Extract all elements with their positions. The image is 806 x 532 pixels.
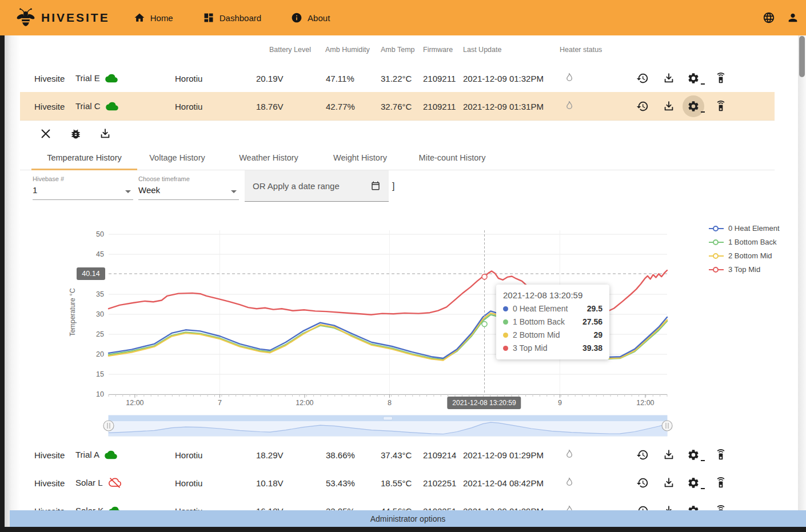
location-cell: Horotiu	[175, 478, 202, 487]
vertical-scrollbar[interactable]	[798, 35, 806, 527]
scrollbar-thumb[interactable]	[799, 36, 805, 77]
device-name: Trial A	[75, 450, 99, 459]
tab-voltage-history[interactable]: Voltage History	[137, 146, 217, 170]
settings-button[interactable]	[683, 95, 704, 117]
humidity-cell: 53.43%	[326, 478, 355, 487]
battery-cell: 20.19V	[256, 73, 284, 83]
history-button[interactable]	[632, 444, 653, 466]
export-button[interactable]	[97, 125, 114, 142]
download-icon	[663, 449, 675, 461]
tooltip-timestamp: 2021-12-08 13:20:59	[503, 290, 602, 300]
table-row[interactable]: Hivesite Trial E Horotiu 20.19V 47.11% 3…	[5, 64, 775, 93]
cloud-online-icon	[105, 73, 118, 83]
hivebase-label: Hivebase #	[33, 175, 64, 182]
table-row[interactable]: Hivesite Trial A Horotiu 18.29V 38.66% 3…	[5, 441, 775, 469]
svg-text:12:00: 12:00	[126, 399, 143, 407]
download-data-button[interactable]	[658, 444, 680, 466]
timeframe-label: Choose timeframe	[138, 175, 190, 182]
col-heater-status: Heater status	[560, 46, 602, 54]
col-battery-level: Battery Level	[269, 46, 311, 54]
tab-weight-history[interactable]: Weight History	[320, 146, 400, 170]
heater-status-icon	[563, 449, 574, 461]
firmware-cell: 2109211	[423, 73, 456, 83]
hivebase-select[interactable]: Hivebase # 1	[33, 175, 133, 200]
date-range-input[interactable]: OR Apply a date range	[245, 170, 389, 202]
download-data-button[interactable]	[658, 67, 680, 89]
tab-weather-history[interactable]: Weather History	[217, 146, 320, 170]
svg-text:12:00: 12:00	[636, 399, 654, 407]
history-tabs: Temperature History Voltage History Weat…	[5, 146, 775, 170]
nav-home[interactable]: Home	[134, 12, 173, 23]
dashboard-icon	[203, 12, 214, 23]
svg-text:45: 45	[96, 250, 104, 258]
remote-control-button[interactable]	[710, 95, 732, 117]
svg-text:8: 8	[388, 399, 392, 407]
remote-icon	[715, 477, 727, 489]
table-row[interactable]: Hivesite Trial C Horotiu 18.76V 42.77% 3…	[5, 92, 775, 121]
settings-button[interactable]	[683, 67, 704, 89]
stray-bracket-text: ]	[392, 181, 394, 191]
legend-label: 1 Bottom Back	[728, 238, 777, 246]
settings-button[interactable]	[683, 444, 704, 466]
svg-text:50: 50	[96, 230, 104, 238]
timeframe-select[interactable]: Choose timeframe Week	[138, 175, 239, 200]
site-cell: Hivesite	[34, 101, 65, 111]
nav-dashboard[interactable]: Dashboard	[203, 12, 261, 23]
legend-item[interactable]: 0 Heat Element	[709, 224, 780, 233]
history-icon	[636, 100, 649, 113]
navigator-handle-right[interactable]	[662, 421, 672, 431]
table-row[interactable]: Hivesite Solar L Horotiu 10.18V 53.43% 1…	[5, 469, 775, 497]
chevron-down-icon	[125, 190, 131, 193]
admin-options-bar[interactable]: Administrator options	[10, 510, 806, 527]
cloud-online-icon	[104, 450, 118, 460]
gear-icon	[687, 72, 700, 85]
chart-tooltip: 2021-12-08 13:20:59 0 Heat Element29.51 …	[496, 285, 609, 359]
last-update-cell: 2021-12-09 01:31PM	[463, 101, 544, 111]
download-icon	[663, 100, 675, 113]
location-cell: Horotiu	[175, 450, 202, 459]
battery-cell: 18.29V	[256, 450, 284, 459]
chart-legend: 0 Heat Element1 Bottom Back2 Bottom Mid3…	[709, 224, 780, 274]
svg-text:35: 35	[96, 290, 104, 298]
legend-item[interactable]: 2 Bottom Mid	[709, 251, 780, 260]
history-button[interactable]	[632, 95, 653, 117]
legend-item[interactable]: 3 Top Mid	[709, 265, 780, 274]
temperature-chart: 504535302520151040.1412:00712:008912:00T…	[20, 217, 780, 441]
location-cell: Horotiu	[175, 101, 202, 111]
settings-button[interactable]	[683, 472, 704, 494]
firmware-cell: 2109211	[423, 101, 456, 111]
heater-status-icon	[563, 72, 574, 85]
app-window: HIVESITE Home Dashboard About Battery	[0, 0, 806, 532]
location-cell: Horotiu	[175, 73, 202, 83]
timeframe-value: Week	[138, 185, 160, 195]
navigator-handle-left[interactable]	[103, 421, 114, 431]
close-panel-button[interactable]	[37, 125, 54, 142]
header-actions	[763, 11, 799, 24]
svg-text:20: 20	[96, 350, 104, 358]
user-icon[interactable]	[787, 11, 799, 24]
tab-mite-count-history[interactable]: Mite-count History	[400, 146, 504, 170]
last-update-cell: 2021-12-09 01:32PM	[463, 73, 544, 83]
tooltip-row: 1 Bottom Back27.56	[503, 317, 602, 326]
remote-control-button[interactable]	[710, 472, 732, 494]
nav-home-label: Home	[150, 13, 173, 23]
debug-button[interactable]	[67, 125, 84, 142]
tab-temperature-history[interactable]: Temperature History	[31, 146, 137, 170]
remote-control-button[interactable]	[710, 67, 732, 89]
svg-text:30: 30	[96, 310, 104, 318]
history-button[interactable]	[632, 472, 653, 494]
download-icon	[663, 72, 675, 85]
tooltip-row: 3 Top Mid39.38	[503, 343, 602, 353]
svg-text:7: 7	[218, 399, 222, 407]
chart-canvas: 504535302520151040.1412:00712:008912:00T…	[20, 217, 780, 441]
download-data-button[interactable]	[658, 95, 680, 117]
svg-text:12:00: 12:00	[296, 399, 313, 407]
tooltip-row: 2 Bottom Mid29	[503, 330, 602, 339]
gear-underscore-mark	[701, 488, 705, 489]
download-data-button[interactable]	[658, 472, 680, 494]
legend-item[interactable]: 1 Bottom Back	[709, 238, 780, 246]
globe-icon[interactable]	[763, 11, 775, 24]
history-button[interactable]	[632, 67, 653, 89]
nav-about[interactable]: About	[291, 12, 330, 23]
remote-control-button[interactable]	[710, 444, 732, 466]
